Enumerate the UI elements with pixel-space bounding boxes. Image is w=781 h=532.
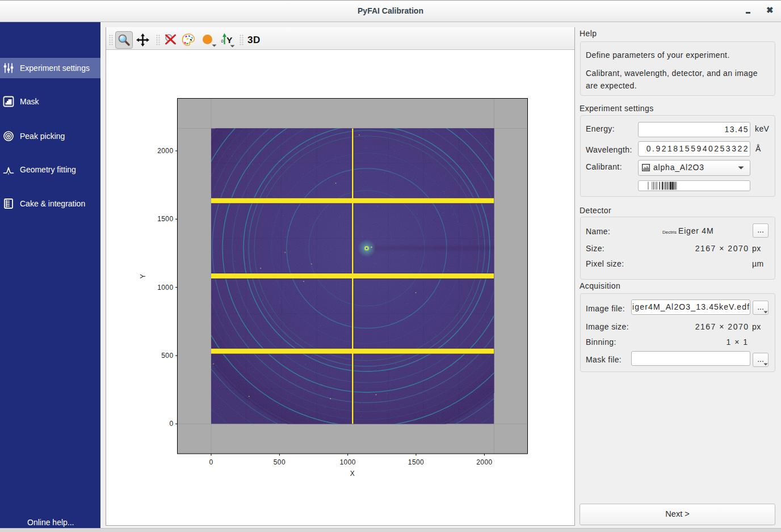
- svg-text:2000: 2000: [157, 147, 173, 155]
- svg-text:0: 0: [209, 458, 213, 466]
- svg-text:Y: Y: [139, 274, 147, 278]
- svg-text:500: 500: [161, 352, 173, 360]
- svg-text:2000: 2000: [476, 458, 492, 466]
- svg-text:1500: 1500: [157, 215, 173, 223]
- svg-text:0: 0: [169, 420, 173, 428]
- svg-text:1000: 1000: [340, 458, 356, 466]
- svg-text:500: 500: [274, 458, 285, 466]
- svg-text:X: X: [350, 470, 355, 478]
- svg-text:Y: Y: [226, 35, 233, 45]
- svg-text:1500: 1500: [408, 458, 424, 466]
- svg-text:1000: 1000: [157, 284, 173, 292]
- svg-text:0: 0: [221, 39, 224, 44]
